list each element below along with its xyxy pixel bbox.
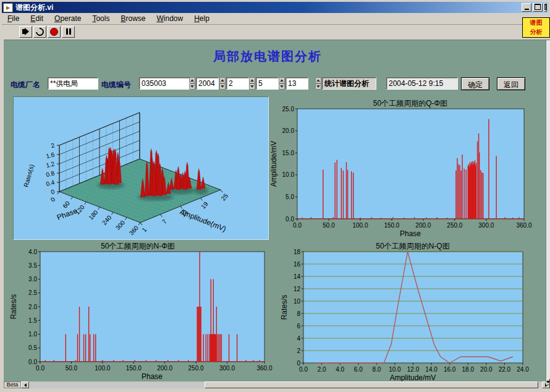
- down-arrow-icon: [190, 85, 194, 88]
- svg-text:3.0: 3.0: [28, 276, 37, 283]
- year-increment-button[interactable]: [189, 77, 195, 83]
- datetime-display: [386, 77, 458, 90]
- vertical-scrollbar[interactable]: [546, 40, 550, 385]
- menu-tools[interactable]: Tools: [87, 14, 115, 23]
- scrollbar-thumb[interactable]: [205, 381, 538, 388]
- svg-text:25: 25: [220, 192, 230, 202]
- menu-help[interactable]: Help: [188, 14, 215, 23]
- ring-decrement-button[interactable]: [315, 83, 321, 90]
- svg-text:300.0: 300.0: [219, 365, 235, 372]
- svg-text:0: 0: [49, 196, 56, 203]
- month-increment-button[interactable]: [219, 77, 226, 83]
- day-input[interactable]: [256, 77, 279, 90]
- vi-icon-line2: 分析: [523, 27, 549, 36]
- svg-text:4: 4: [297, 335, 300, 342]
- close-button[interactable]: [544, 3, 547, 12]
- svg-text:1.5: 1.5: [28, 317, 37, 324]
- svg-text:1.2: 1.2: [45, 160, 56, 169]
- svg-text:360: 360: [128, 224, 140, 236]
- minimize-icon: [525, 9, 529, 10]
- year-input[interactable]: [196, 77, 219, 90]
- svg-text:2: 2: [50, 142, 55, 149]
- svg-text:12.0: 12.0: [407, 366, 420, 373]
- chart-n-phi: 0.050.0100.0150.0200.0250.0300.0360.00.0…: [8, 242, 280, 386]
- svg-text:12: 12: [294, 286, 301, 292]
- horizontal-scrollbar[interactable]: Beta: [4, 381, 550, 388]
- ring-increment-button[interactable]: [315, 77, 321, 83]
- down-arrow-icon: [546, 381, 550, 383]
- hour-decrement-button[interactable]: [279, 83, 285, 90]
- svg-text:Amplitude(mV): Amplitude(mV): [179, 207, 227, 234]
- month-spinner: [219, 77, 249, 90]
- run-continuous-button[interactable]: [33, 26, 46, 38]
- svg-text:250.0: 250.0: [188, 365, 204, 372]
- pause-button[interactable]: [62, 26, 75, 38]
- svg-text:0: 0: [50, 188, 55, 195]
- down-arrow-icon: [250, 85, 254, 88]
- svg-text:0.0: 0.0: [293, 222, 302, 229]
- day-increment-button[interactable]: [249, 77, 255, 83]
- svg-text:20.0: 20.0: [480, 366, 493, 373]
- svg-text:50个工频周期的N-Q图: 50个工频周期的N-Q图: [376, 242, 449, 250]
- svg-text:0.0: 0.0: [286, 216, 294, 223]
- svg-text:14.0: 14.0: [425, 366, 438, 373]
- run-arrow-tip-icon: [25, 28, 29, 35]
- svg-text:300.0: 300.0: [478, 222, 494, 229]
- minimize-button[interactable]: [522, 3, 531, 12]
- vi-icon-line1: 谱图: [523, 18, 549, 27]
- app-window: ▶ 谱图分析.vi File Edit Operate Tools Browse…: [0, 0, 550, 392]
- left-arrow-icon: [24, 383, 27, 387]
- page-title: 局部放电谱图分析: [4, 48, 531, 65]
- svg-text:0: 0: [297, 360, 300, 367]
- month-input[interactable]: [226, 77, 249, 90]
- svg-text:2.0: 2.0: [28, 304, 37, 310]
- svg-text:8.0: 8.0: [372, 366, 381, 373]
- window-title: 谱图分析.vi: [15, 2, 520, 13]
- chart-3d: 00.40.81.21.62Rates(s)060120180240300360…: [14, 97, 267, 238]
- up-arrow-icon: [221, 79, 224, 82]
- scroll-left-button[interactable]: [21, 381, 29, 388]
- svg-text:0.0: 0.0: [28, 359, 37, 365]
- svg-text:150.0: 150.0: [384, 222, 399, 229]
- menu-window[interactable]: Window: [151, 14, 188, 23]
- menu-browse[interactable]: Browse: [115, 14, 151, 23]
- hour-increment-button[interactable]: [279, 77, 285, 83]
- svg-text:Amplitude/mV: Amplitude/mV: [271, 141, 278, 187]
- svg-text:24.0: 24.0: [517, 366, 529, 373]
- analysis-mode-field[interactable]: [322, 77, 376, 90]
- maximize-button[interactable]: [533, 3, 543, 12]
- menu-operate[interactable]: Operate: [49, 14, 87, 23]
- down-arrow-icon: [280, 85, 284, 88]
- cable-number-input[interactable]: [139, 77, 192, 90]
- toolbar: [2, 25, 548, 38]
- back-button[interactable]: 返回: [497, 77, 525, 90]
- chart-q-phi-panel: 0.050.0100.0150.0200.0250.0300.0360.00.0…: [271, 99, 550, 241]
- svg-text:1: 1: [140, 226, 148, 234]
- svg-text:5.0: 5.0: [286, 194, 294, 200]
- chart-q-phi: 0.050.0100.0150.0200.0250.0300.0360.00.0…: [271, 99, 550, 241]
- month-decrement-button[interactable]: [219, 83, 226, 90]
- svg-text:360.0: 360.0: [256, 365, 272, 372]
- scroll-down-button[interactable]: [546, 378, 550, 385]
- labview-app-icon: ▶: [3, 3, 13, 12]
- svg-text:50个工频周期的Q-Φ图: 50个工频周期的Q-Φ图: [373, 99, 447, 108]
- run-button[interactable]: [19, 26, 32, 38]
- year-decrement-button[interactable]: [189, 83, 195, 90]
- svg-text:200.0: 200.0: [157, 365, 172, 372]
- up-arrow-icon: [250, 79, 254, 82]
- svg-text:15.0: 15.0: [282, 150, 295, 156]
- title-bar[interactable]: ▶ 谱图分析.vi: [2, 2, 548, 13]
- abort-button[interactable]: [48, 26, 61, 38]
- scrollbar-track[interactable]: [29, 381, 542, 388]
- svg-text:1.6: 1.6: [45, 151, 56, 160]
- hour-spinner: [279, 77, 308, 90]
- menu-edit[interactable]: Edit: [25, 14, 49, 23]
- ok-button[interactable]: 确定: [461, 77, 489, 90]
- hour-input[interactable]: [286, 77, 308, 90]
- day-decrement-button[interactable]: [249, 83, 255, 90]
- svg-text:1.0: 1.0: [28, 331, 37, 338]
- factory-name-input[interactable]: [48, 77, 98, 90]
- menu-file[interactable]: File: [2, 14, 25, 23]
- svg-text:0.0: 0.0: [36, 365, 44, 372]
- svg-text:50个工频周期的N-Φ图: 50个工频周期的N-Φ图: [101, 242, 175, 250]
